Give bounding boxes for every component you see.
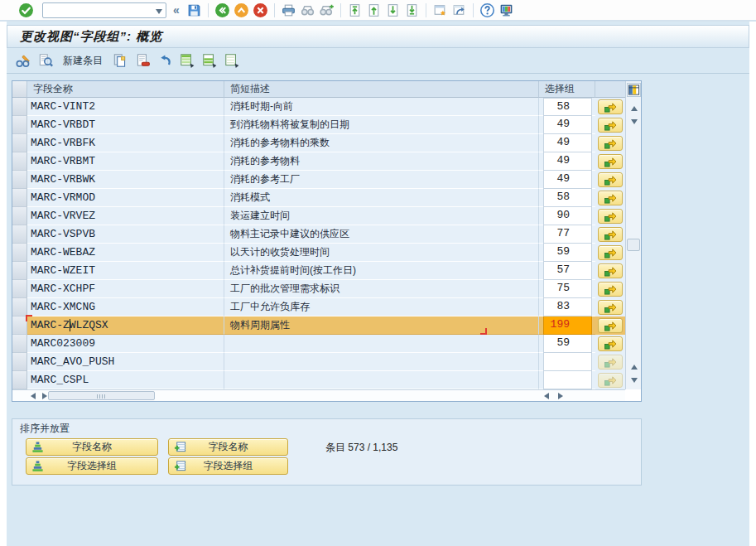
table-row[interactable]: MARC_CSPL bbox=[12, 371, 625, 389]
copy-as-icon[interactable] bbox=[112, 52, 128, 69]
selection-group-cell[interactable]: 49 bbox=[539, 134, 595, 152]
selection-group-cell[interactable]: 83 bbox=[539, 298, 595, 316]
row-selector[interactable] bbox=[12, 171, 27, 189]
selection-group-cell[interactable]: 59 bbox=[539, 335, 595, 353]
detail-button[interactable] bbox=[598, 373, 623, 388]
horizontal-scroll-thumb[interactable] bbox=[48, 391, 155, 400]
up-icon[interactable] bbox=[234, 2, 249, 18]
detail-button[interactable] bbox=[598, 282, 623, 297]
table-row[interactable]: MARC-VSPVB 物料主记录中建议的供应区 77 bbox=[12, 225, 625, 244]
find-icon[interactable] bbox=[300, 2, 315, 18]
row-selector[interactable] bbox=[12, 335, 27, 353]
detail-button[interactable] bbox=[598, 99, 623, 114]
table-row[interactable]: MARC-VRVEZ 装运建立时间 90 bbox=[12, 207, 625, 225]
scroll-up-button[interactable] bbox=[628, 103, 640, 114]
detail-button[interactable] bbox=[598, 136, 623, 151]
selection-group-cell[interactable]: 49 bbox=[539, 171, 595, 189]
display-change-toggle-icon[interactable] bbox=[15, 52, 31, 69]
delete-icon[interactable] bbox=[134, 52, 151, 69]
details-icon[interactable] bbox=[37, 52, 54, 69]
deselect-all-icon[interactable] bbox=[224, 52, 240, 69]
customize-layout-icon[interactable] bbox=[498, 2, 514, 18]
column-header-selection-group[interactable]: 选择组 bbox=[539, 81, 595, 98]
horizontal-scrollbar[interactable] bbox=[12, 389, 625, 401]
row-selector[interactable] bbox=[12, 98, 27, 116]
print-icon[interactable] bbox=[281, 2, 296, 18]
detail-button[interactable] bbox=[598, 154, 623, 169]
field-name-cell[interactable]: MARC-VRMOD bbox=[27, 189, 224, 207]
detail-button[interactable] bbox=[598, 300, 623, 315]
selection-group-cell[interactable]: 49 bbox=[539, 152, 595, 171]
table-settings-icon[interactable] bbox=[627, 83, 641, 97]
detail-button[interactable] bbox=[598, 118, 623, 133]
table-row[interactable]: MARC-VINT2 消耗时期-向前 58 bbox=[12, 98, 625, 116]
field-name-cell[interactable]: MARC023009 bbox=[27, 335, 224, 353]
table-row[interactable]: MARC-VRBMT 消耗的参考物料 49 bbox=[12, 152, 625, 171]
undo-icon[interactable] bbox=[156, 52, 173, 69]
table-row[interactable]: MARC-WEBAZ 以天计的收货处理时间 59 bbox=[12, 244, 625, 262]
table-row[interactable]: MARC-VRBWK 消耗的参考工厂 49 bbox=[12, 171, 625, 189]
detail-button[interactable] bbox=[598, 191, 623, 205]
position-field-name-button[interactable]: 字段名称 bbox=[168, 438, 288, 456]
field-name-cell[interactable]: MARC-VRBMT bbox=[27, 152, 224, 171]
selection-group-cell[interactable] bbox=[539, 371, 595, 389]
field-name-cell[interactable]: MARC-XMCNG bbox=[27, 298, 224, 316]
detail-button[interactable] bbox=[598, 245, 623, 260]
help-icon[interactable] bbox=[479, 2, 495, 18]
new-entries-button[interactable]: 新建条目 bbox=[60, 52, 106, 70]
table-row[interactable]: MARC-ZWLZQSX 物料周期属性 199 bbox=[12, 316, 625, 335]
column-header-description[interactable]: 简短描述 bbox=[224, 81, 539, 98]
row-selector[interactable] bbox=[12, 280, 27, 298]
field-name-cell[interactable]: MARC-WEBAZ bbox=[27, 244, 224, 262]
selection-group-cell[interactable]: 77 bbox=[539, 225, 595, 244]
table-row[interactable]: MARC_AVO_PUSH bbox=[12, 353, 625, 371]
detail-button[interactable] bbox=[598, 355, 623, 370]
table-row[interactable]: MARC-WZEIT 总计补货提前时间(按工作日) 57 bbox=[12, 262, 625, 280]
row-selector[interactable] bbox=[12, 189, 27, 207]
detail-button[interactable] bbox=[598, 209, 623, 224]
table-row[interactable]: MARC-VRBDT 到消耗物料将被复制的日期 49 bbox=[12, 116, 625, 134]
command-field[interactable] bbox=[42, 2, 166, 18]
save-icon[interactable] bbox=[186, 2, 202, 18]
scroll-down-button[interactable] bbox=[628, 116, 640, 127]
collapse-toolbar-icon[interactable]: « bbox=[173, 3, 180, 17]
scroll-left-button[interactable] bbox=[27, 391, 39, 400]
sort-by-selection-group-button[interactable]: 字段选择组 bbox=[26, 457, 158, 475]
new-session-icon[interactable] bbox=[432, 2, 448, 18]
field-name-cell[interactable]: MARC-WZEIT bbox=[27, 262, 224, 280]
vertical-scroll-thumb[interactable] bbox=[627, 239, 640, 251]
exit-icon[interactable] bbox=[253, 2, 268, 18]
row-selector[interactable] bbox=[12, 371, 27, 389]
field-name-cell[interactable]: MARC-ZWLZQSX bbox=[27, 316, 224, 335]
first-page-icon[interactable] bbox=[347, 2, 363, 18]
field-name-cell[interactable]: MARC-XCHPF bbox=[27, 280, 224, 298]
detail-button[interactable] bbox=[598, 336, 623, 351]
header-selector-cell[interactable] bbox=[12, 81, 27, 98]
row-selector[interactable] bbox=[12, 116, 27, 134]
row-selector[interactable] bbox=[12, 225, 27, 244]
scroll-left-button-right[interactable] bbox=[541, 391, 552, 400]
table-row[interactable]: MARC-XMCNG 工厂中允许负库存 83 bbox=[12, 298, 625, 316]
selection-group-cell[interactable]: 75 bbox=[539, 280, 595, 298]
selection-group-cell[interactable]: 199 bbox=[539, 316, 595, 335]
last-page-icon[interactable] bbox=[404, 2, 420, 18]
find-next-icon[interactable] bbox=[319, 2, 335, 18]
table-row[interactable]: MARC-VRBFK 消耗的参考物料的乘数 49 bbox=[12, 134, 625, 152]
selection-group-cell[interactable]: 58 bbox=[539, 98, 595, 116]
detail-button[interactable] bbox=[598, 318, 623, 333]
field-name-cell[interactable]: MARC-VSPVB bbox=[27, 225, 224, 244]
scroll-up-button-bottom[interactable] bbox=[628, 361, 640, 372]
row-selector[interactable] bbox=[12, 207, 27, 225]
row-selector[interactable] bbox=[12, 353, 27, 371]
select-block-icon[interactable] bbox=[201, 52, 218, 69]
selection-group-cell[interactable] bbox=[539, 353, 595, 371]
selection-group-cell[interactable]: 58 bbox=[539, 189, 595, 207]
column-header-field-name[interactable]: 字段全称 bbox=[27, 81, 224, 98]
next-page-icon[interactable] bbox=[385, 2, 401, 18]
detail-button[interactable] bbox=[598, 227, 623, 242]
detail-button[interactable] bbox=[598, 172, 623, 187]
field-name-cell[interactable]: MARC-VINT2 bbox=[27, 98, 224, 116]
command-dropdown-icon[interactable] bbox=[156, 9, 162, 14]
field-name-cell[interactable]: MARC_CSPL bbox=[27, 371, 224, 389]
row-selector[interactable] bbox=[12, 244, 27, 262]
